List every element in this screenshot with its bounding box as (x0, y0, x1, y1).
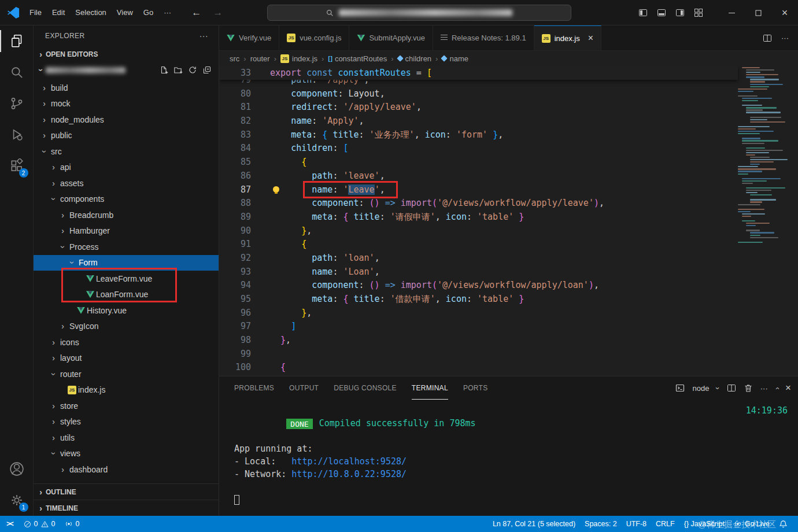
tree-item-store[interactable]: ›store (34, 398, 219, 414)
breadcrumb-item-name[interactable]: name (442, 54, 468, 63)
tree-item-index-js[interactable]: JSindex.js (34, 382, 219, 398)
language-mode[interactable]: {} JavaScript (679, 516, 729, 532)
terminal-link[interactable]: http://localhost:9528/ (291, 456, 407, 467)
toggle-panel-icon[interactable] (657, 8, 666, 17)
maximize-button[interactable] (745, 0, 771, 25)
minimap[interactable] (738, 67, 790, 376)
activity-search[interactable] (0, 57, 34, 88)
editor-more-actions[interactable]: ··· (781, 34, 789, 42)
maximize-panel-icon[interactable]: › (773, 387, 780, 389)
panel-tab-ports[interactable]: PORTS (463, 376, 488, 400)
menu-edit[interactable]: Edit (47, 8, 70, 17)
forward-arrow[interactable]: → (213, 7, 223, 19)
refresh-icon[interactable] (188, 65, 197, 75)
menu-overflow[interactable]: ··· (158, 8, 176, 17)
shell-label[interactable]: node (692, 384, 709, 393)
tab-submitapply-vue[interactable]: SubmitApply.vue (349, 25, 433, 50)
tree-item-api[interactable]: ›api (34, 160, 219, 176)
minimize-button[interactable] (718, 0, 745, 25)
terminal-cursor[interactable] (234, 495, 239, 505)
panel-tab-output[interactable]: OUTPUT (289, 376, 319, 400)
tree-item-breadcrumb[interactable]: ›Breadcrumb (34, 207, 219, 223)
open-editors-section[interactable]: › OPEN EDITORS (34, 46, 219, 62)
kill-terminal-icon[interactable] (744, 383, 753, 393)
tab-index-js[interactable]: JSindex.js× (534, 25, 601, 50)
project-root-folder[interactable]: › (34, 62, 219, 78)
activity-explorer[interactable] (0, 25, 34, 57)
problems-indicator[interactable]: 0 0 (19, 516, 60, 532)
tree-item-views[interactable]: ›views (34, 446, 219, 462)
menu-view[interactable]: View (112, 8, 138, 17)
tree-item-dashboard[interactable]: ›dashboard (34, 461, 219, 478)
panel-tab-terminal[interactable]: TERMINAL (412, 376, 448, 400)
lightbulb-icon[interactable] (273, 186, 279, 193)
breadcrumb-item-children[interactable]: children (398, 54, 432, 63)
tree-item-router[interactable]: ›router (34, 366, 219, 382)
tab-release-notes-1-89-1[interactable]: Release Notes: 1.89.1 (433, 25, 534, 50)
tree-item-form[interactable]: ›Form (34, 255, 219, 271)
new-file-icon[interactable] (159, 65, 168, 75)
tree-item-loanform-vue[interactable]: LoanForm.vue (34, 287, 219, 303)
cursor-position[interactable]: Ln 87, Col 21 (5 selected) (488, 516, 580, 532)
toggle-secondary-sidebar-icon[interactable] (675, 8, 685, 17)
tree-item-leaveform-vue[interactable]: LeaveForm.vue (34, 271, 219, 287)
menu-file[interactable]: File (24, 8, 47, 17)
panel-tab-debug-console[interactable]: DEBUG CONSOLE (334, 376, 397, 400)
tree-item-build[interactable]: ›build (34, 80, 219, 96)
new-folder-icon[interactable] (173, 65, 183, 75)
encoding-setting[interactable]: UTF-8 (622, 516, 651, 532)
activity-settings[interactable]: 1 (0, 485, 34, 516)
tree-item-process[interactable]: ›Process (34, 239, 219, 255)
command-center-search[interactable] (267, 5, 571, 21)
tree-item-public[interactable]: ›public (34, 128, 219, 144)
breadcrumb-item-index-js[interactable]: JSindex.js (280, 54, 317, 63)
tree-item-components[interactable]: ›components (34, 191, 219, 208)
tree-item-svgicon[interactable]: ›SvgIcon (34, 319, 219, 335)
tree-item-assets[interactable]: ›assets (34, 175, 219, 191)
remote-indicator[interactable]: >< (0, 516, 19, 532)
go-live-button[interactable]: Go Live (729, 516, 774, 532)
code-editor[interactable]: 33export const constantRoutes = [ 79 pat… (219, 66, 798, 376)
tree-item-src[interactable]: ›src (34, 143, 219, 160)
breadcrumb-item-router[interactable]: router (250, 54, 270, 63)
sticky-scroll-line[interactable]: 33export const constantRoutes = [ (219, 66, 738, 80)
back-arrow[interactable]: ← (191, 7, 201, 19)
close-tab-icon[interactable]: × (588, 33, 593, 43)
terminal[interactable]: DONECompiled successfully in 798ms 14:19… (234, 404, 792, 513)
outline-section[interactable]: › OUTLINE (34, 483, 219, 500)
tree-item-node-modules[interactable]: ›node_modules (34, 112, 219, 128)
panel-more-actions[interactable]: ··· (760, 384, 768, 393)
toggle-sidebar-icon[interactable] (638, 8, 648, 17)
activity-source-control[interactable] (0, 88, 34, 119)
tree-item-utils[interactable]: ›utils (34, 430, 219, 446)
terminal-link[interactable]: http://10.8.0.22:9528/ (291, 469, 407, 479)
notifications-bell-icon[interactable] (774, 516, 792, 532)
activity-run-debug[interactable] (0, 119, 34, 150)
tree-item-hamburger[interactable]: ›Hamburger (34, 223, 219, 239)
activity-extensions[interactable]: 2 (0, 150, 34, 182)
split-editor-icon[interactable] (763, 34, 772, 43)
collapse-all-icon[interactable] (202, 65, 212, 75)
tree-item-mock[interactable]: ›mock (34, 96, 219, 112)
panel-tab-problems[interactable]: PROBLEMS (234, 376, 274, 400)
breadcrumb-item-src[interactable]: src (230, 54, 239, 63)
close-window-button[interactable]: × (771, 0, 798, 25)
timeline-section[interactable]: › TIMELINE (34, 500, 219, 516)
tab-verify-vue[interactable]: Verify.vue (219, 25, 279, 50)
tree-item-layout[interactable]: ›layout (34, 350, 219, 367)
tree-item-icons[interactable]: ›icons (34, 334, 219, 350)
eol-setting[interactable]: CRLF (651, 516, 679, 532)
split-terminal-icon[interactable] (727, 383, 736, 393)
customize-layout-icon[interactable] (694, 8, 703, 17)
close-panel-icon[interactable]: × (785, 382, 791, 394)
tree-item-history-vue[interactable]: History.vue (34, 302, 219, 319)
indentation-setting[interactable]: Spaces: 2 (580, 516, 622, 532)
code-content[interactable]: 79 path: '/apply',80 component: Layout,8… (219, 80, 738, 376)
explorer-more-actions[interactable]: ··· (200, 31, 208, 40)
menu-go[interactable]: Go (138, 8, 158, 17)
activity-account[interactable] (0, 453, 34, 485)
breadcrumb-item-constantroutes[interactable]: [ ]constantRoutes (328, 54, 387, 63)
ports-indicator[interactable]: 0 (60, 516, 84, 532)
tree-item-styles[interactable]: ›styles (34, 414, 219, 430)
tab-vue-config-js[interactable]: JSvue.config.js (279, 25, 349, 50)
